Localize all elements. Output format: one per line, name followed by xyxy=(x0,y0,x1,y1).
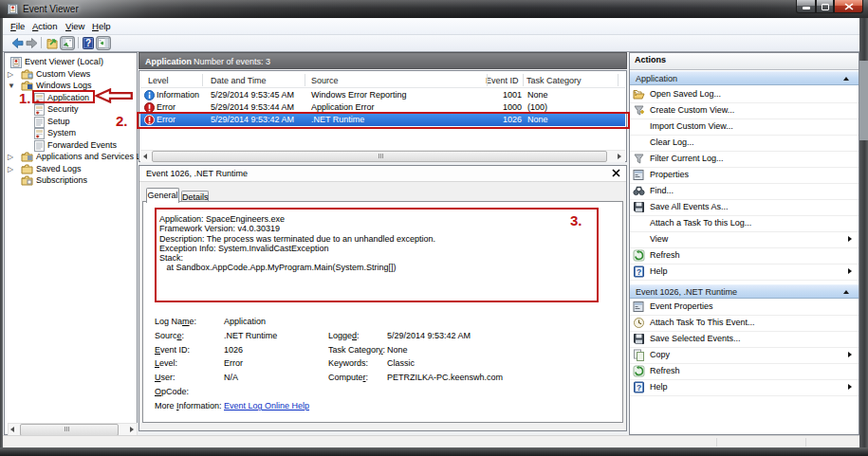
svg-text:?: ? xyxy=(85,38,91,48)
svg-text:?: ? xyxy=(637,383,641,392)
svg-text:?: ? xyxy=(637,267,641,277)
